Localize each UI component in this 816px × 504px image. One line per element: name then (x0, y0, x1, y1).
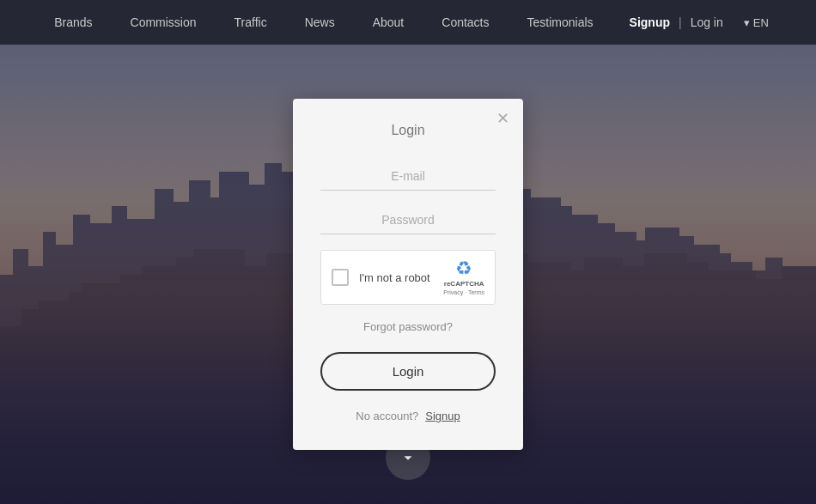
login-button[interactable]: Login (320, 352, 496, 391)
modal-backdrop: ✕ Login I'm not a robot ♻ reCAPTCHA Priv… (0, 0, 816, 504)
email-field[interactable] (320, 162, 496, 191)
recaptcha-label: I'm not a robot (359, 271, 430, 284)
modal-footer: No account? Signup (320, 410, 496, 422)
modal-title: Login (320, 123, 496, 138)
login-modal: ✕ Login I'm not a robot ♻ reCAPTCHA Priv… (293, 99, 523, 450)
signup-link[interactable]: Signup (425, 410, 460, 422)
forgot-password-link[interactable]: Forgot password? (320, 320, 496, 333)
modal-close-button[interactable]: ✕ (496, 111, 509, 126)
recaptcha-logo-icon: ♻ (455, 259, 472, 278)
password-field[interactable] (320, 206, 496, 234)
recaptcha-widget[interactable]: I'm not a robot ♻ reCAPTCHA Privacy · Te… (320, 250, 496, 305)
recaptcha-right: ♻ reCAPTCHA Privacy · Terms (443, 259, 484, 295)
recaptcha-left: I'm not a robot (332, 269, 430, 286)
no-account-text: No account? (356, 410, 418, 422)
recaptcha-links: Privacy · Terms (443, 289, 484, 295)
recaptcha-checkbox[interactable] (332, 269, 349, 286)
recaptcha-brand: reCAPTCHA (444, 280, 484, 288)
